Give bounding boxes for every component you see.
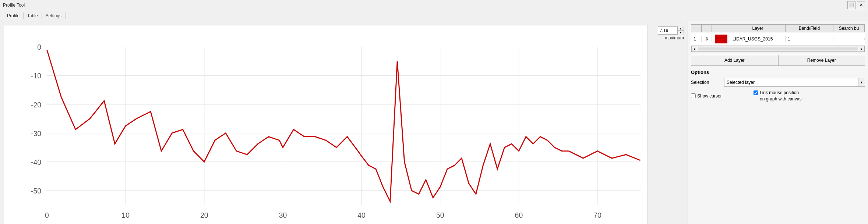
layer-table: Layer Band/Field Search bu 1 ⇩ LIDAR_USG… — [691, 24, 865, 52]
max-up-btn[interactable]: ▲ — [678, 26, 684, 31]
col-layer-header: Layer — [730, 25, 786, 32]
col-color-header — [712, 25, 730, 32]
right-panel: Layer Band/Field Search bu 1 ⇩ LIDAR_USG… — [688, 21, 868, 224]
row-arrow[interactable]: ⇩ — [702, 36, 712, 42]
col-band-header: Band/Field — [786, 25, 833, 32]
menu-table[interactable]: Table — [24, 13, 42, 19]
svg-text:0: 0 — [37, 43, 41, 51]
window-title: Profile Tool — [3, 3, 25, 8]
menu-settings[interactable]: Settings — [42, 13, 66, 19]
selection-dropdown-arrow[interactable]: ▼ — [858, 78, 865, 86]
show-cursor-checkbox-label[interactable]: Show cursor — [691, 93, 750, 99]
svg-text:-30: -30 — [31, 129, 41, 138]
chart-controls: ▲ ▼ maximum minimum ▲ ▼ — [651, 25, 684, 224]
scroll-right-btn[interactable]: ► — [859, 46, 865, 52]
profile-chart: 0 -10 -20 -30 -40 -50 0 10 20 30 40 50 6… — [4, 25, 648, 224]
options-title: Options — [691, 70, 865, 75]
options-selection-row: Selection Selected layer ▼ — [691, 78, 865, 87]
svg-text:-40: -40 — [31, 158, 41, 166]
table-row: 1 ⇩ LIDAR_USGS_2015 1 — [691, 32, 865, 46]
close-button[interactable]: ✕ — [857, 1, 865, 9]
row-layer-name: LIDAR_USGS_2015 — [730, 36, 786, 42]
row-color-cell[interactable] — [712, 33, 730, 45]
max-down-btn[interactable]: ▼ — [678, 31, 684, 35]
col-arrow-header — [702, 25, 712, 32]
link-mouse-label: Link mouse positionon graph with canvas — [760, 90, 801, 102]
scroll-left-btn[interactable]: ◄ — [691, 46, 697, 52]
window-controls: ⬜ ✕ — [847, 1, 865, 9]
remove-layer-button[interactable]: Remove Layer — [778, 55, 865, 66]
max-spinbox[interactable]: ▲ ▼ — [658, 26, 684, 35]
link-mouse-row: Link mouse positionon graph with canvas — [754, 90, 865, 102]
add-layer-button[interactable]: Add Layer — [691, 55, 778, 66]
layer-scrollbar: ◄ ► — [691, 46, 865, 51]
link-mouse-checkbox[interactable] — [754, 90, 758, 95]
svg-text:30: 30 — [279, 211, 287, 219]
svg-text:10: 10 — [121, 211, 130, 219]
show-cursor-label-text: Show cursor — [697, 93, 722, 99]
max-label: maximum — [665, 35, 684, 40]
layer-btn-row: Add Layer Remove Layer — [691, 55, 865, 66]
svg-text:20: 20 — [200, 211, 208, 219]
layer-color-swatch[interactable] — [715, 35, 727, 43]
selection-value: Selected layer — [724, 79, 858, 86]
main-content: 0 -10 -20 -30 -40 -50 0 10 20 30 40 50 6… — [0, 21, 868, 224]
layer-table-header: Layer Band/Field Search bu — [691, 25, 865, 32]
max-input[interactable] — [658, 28, 677, 33]
svg-text:50: 50 — [436, 211, 444, 219]
selection-dropdown[interactable]: Selected layer ▼ — [724, 78, 865, 87]
chart-container: 0 -10 -20 -30 -40 -50 0 10 20 30 40 50 6… — [4, 25, 648, 224]
max-section: ▲ ▼ maximum — [658, 26, 684, 40]
svg-text:70: 70 — [593, 211, 601, 219]
maximize-button[interactable]: ⬜ — [847, 1, 855, 9]
title-bar: Profile Tool ⬜ ✕ — [0, 0, 868, 10]
row-search — [833, 38, 865, 40]
menu-bar: Profile Table Settings — [0, 10, 868, 21]
svg-text:-10: -10 — [31, 72, 41, 80]
svg-text:40: 40 — [357, 211, 366, 219]
left-panel: 0 -10 -20 -30 -40 -50 0 10 20 30 40 50 6… — [0, 21, 688, 224]
col-search-header: Search bu — [833, 25, 865, 32]
col-num-header — [691, 25, 702, 32]
chart-area: 0 -10 -20 -30 -40 -50 0 10 20 30 40 50 6… — [4, 25, 684, 224]
options-section: Options Selection Selected layer ▼ Show … — [691, 70, 865, 105]
svg-text:0: 0 — [45, 211, 49, 219]
svg-text:60: 60 — [515, 211, 523, 219]
menu-profile[interactable]: Profile — [3, 13, 24, 19]
scroll-track[interactable] — [698, 47, 858, 50]
options-cursor-row: Show cursor Link mouse positionon graph … — [691, 90, 865, 102]
row-band: 1 — [786, 36, 833, 42]
max-spinbox-arrows: ▲ ▼ — [677, 26, 684, 35]
show-cursor-checkbox[interactable] — [691, 93, 696, 98]
svg-text:-50: -50 — [31, 187, 41, 195]
row-num: 1 — [691, 36, 702, 42]
svg-text:-20: -20 — [31, 101, 41, 109]
selection-label: Selection — [691, 80, 720, 85]
